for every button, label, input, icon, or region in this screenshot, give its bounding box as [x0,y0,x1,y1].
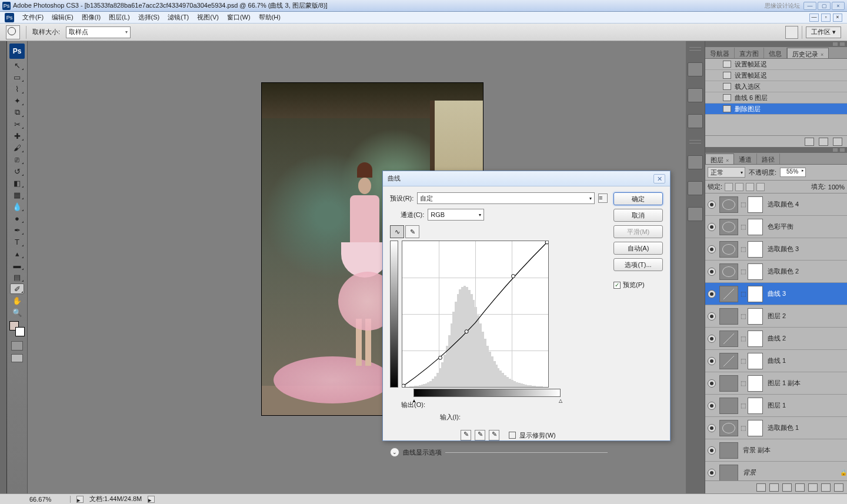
adjustment-layer-icon[interactable] [795,483,805,492]
layer-thumb[interactable] [719,353,738,369]
link-icon[interactable]: ⬚ [741,223,745,230]
curve-draw-tool[interactable]: ✎ [405,225,419,238]
history-item[interactable]: 设置帧延迟 [705,59,847,70]
layer-name[interactable]: 背景 [741,468,838,477]
layer-row[interactable]: 背景 副本 [705,439,847,462]
color-swatches[interactable] [9,321,25,336]
gray-dropper-icon[interactable]: ✎ [475,430,485,440]
visibility-icon[interactable] [708,335,716,343]
maximize-button[interactable]: ▢ [818,2,831,10]
slice-tool[interactable]: ✂ [10,119,24,129]
curve-point-tool[interactable]: ∿ [390,225,404,238]
link-icon[interactable]: ⬚ [741,380,745,386]
link-icon[interactable]: ⬚ [741,335,745,342]
layer-mask-thumb[interactable] [748,398,763,414]
layer-fx-icon[interactable] [769,483,779,492]
layer-name[interactable]: 选取颜色 2 [765,267,847,276]
layer-name[interactable]: 曲线 2 [765,334,847,343]
layer-row[interactable]: ⬚曲线 2 [705,328,847,350]
blur-tool[interactable]: 💧 [10,201,24,212]
doc-restore-button[interactable]: ▫ [821,14,831,22]
history-brush-tool[interactable]: ↺ [10,166,24,176]
layer-name[interactable]: 图层 1 [765,401,847,410]
layer-row[interactable]: ⬚图层 1 副本 [705,372,847,395]
new-layer-icon[interactable] [821,483,831,492]
layer-name[interactable]: 选取颜色 3 [765,245,847,253]
screenmode-button[interactable] [11,354,23,362]
visibility-icon[interactable] [708,312,716,321]
dock-grip[interactable] [689,140,701,143]
visibility-icon[interactable] [708,201,716,209]
link-icon[interactable]: ⬚ [741,425,745,431]
visibility-icon[interactable] [708,268,716,276]
dock-grip[interactable] [689,47,701,51]
move-tool[interactable]: ↖ [10,60,24,71]
dock-icon-6[interactable] [688,207,703,221]
layer-mask-thumb[interactable] [748,263,763,280]
visibility-icon[interactable] [708,446,716,455]
lock-trans-icon[interactable] [725,183,733,191]
status-menu-icon[interactable]: ▸ [76,496,84,503]
shape-tool[interactable]: ▬ [10,260,24,271]
visibility-icon[interactable] [708,245,716,253]
dock-icon-4[interactable] [688,155,703,169]
menu-view[interactable]: 视图(V) [197,13,219,22]
visibility-icon[interactable] [708,469,716,477]
tab-navigator[interactable]: 导航器 [705,48,735,58]
link-icon[interactable]: ⬚ [741,291,745,297]
visibility-icon[interactable] [708,402,716,410]
history-delete-icon[interactable] [833,138,842,146]
black-dropper-icon[interactable]: ✎ [461,430,471,440]
sample-size-select[interactable]: 取样点 [66,26,131,38]
layer-thumb[interactable] [719,398,738,414]
dodge-tool[interactable]: ● [10,213,24,223]
layer-name[interactable]: 图层 2 [765,312,847,321]
visibility-icon[interactable] [708,379,716,388]
history-item[interactable]: 设置帧延迟 [705,70,847,81]
zoom-tool[interactable]: 🔍 [10,307,24,318]
path-select-tool[interactable]: ▴ [10,248,24,259]
link-icon[interactable]: ⬚ [741,268,745,275]
workspace-button[interactable]: 工作区 ▾ [806,26,841,38]
stamp-tool[interactable]: ⎚ [10,154,24,165]
dock-icon-2[interactable] [688,88,703,102]
layer-mask-icon[interactable] [782,483,792,492]
visibility-icon[interactable] [708,223,716,231]
layer-mask-thumb[interactable] [748,353,763,369]
layer-row[interactable]: ⬚图层 1 [705,395,847,417]
tab-info[interactable]: 信息 [764,48,787,58]
white-dropper-icon[interactable]: ✎ [489,430,499,440]
pen-tool[interactable]: ✒ [10,225,24,235]
tab-paths[interactable]: 路径 [757,153,780,164]
opacity-input[interactable]: 55% [780,168,806,177]
visibility-icon[interactable] [708,290,716,298]
wand-tool[interactable]: ✦ [10,95,24,106]
expand-options-icon[interactable]: ⌄ [390,448,399,457]
layer-mask-thumb[interactable] [748,331,763,347]
quickmask-button[interactable] [11,341,23,351]
layer-row[interactable]: ⬚曲线 3 [705,283,847,305]
layer-thumb[interactable] [719,375,738,392]
layer-mask-thumb[interactable] [748,196,763,213]
layer-name[interactable]: 曲线 1 [765,356,847,365]
layer-thumb[interactable] [719,219,738,235]
layer-thumb[interactable] [719,420,738,436]
blend-mode-select[interactable]: 正常 [708,167,745,178]
layer-mask-thumb[interactable] [748,420,763,436]
tab-channels[interactable]: 通道 [734,153,757,164]
visibility-icon[interactable] [708,424,716,432]
menu-help[interactable]: 帮助(H) [259,13,281,22]
options-button[interactable]: 选项(T)... [613,258,663,271]
layer-name[interactable]: 背景 副本 [741,446,847,455]
history-item[interactable]: 载入选区 [705,81,847,92]
current-tool-icon[interactable] [6,25,20,39]
dock-icon-1[interactable] [688,62,703,76]
dialog-close-icon[interactable]: ✕ [653,174,665,183]
status-menu2-icon[interactable]: ▸ [148,496,155,503]
layer-name[interactable]: 选取颜色 4 [765,200,847,209]
layer-thumb[interactable] [719,331,738,347]
history-item[interactable]: 曲线 6 图层 [705,92,847,104]
history-item[interactable]: 删除图层 [705,104,847,115]
layer-row[interactable]: ⬚选取颜色 2 [705,261,847,283]
dock-icon-3[interactable] [688,114,703,128]
